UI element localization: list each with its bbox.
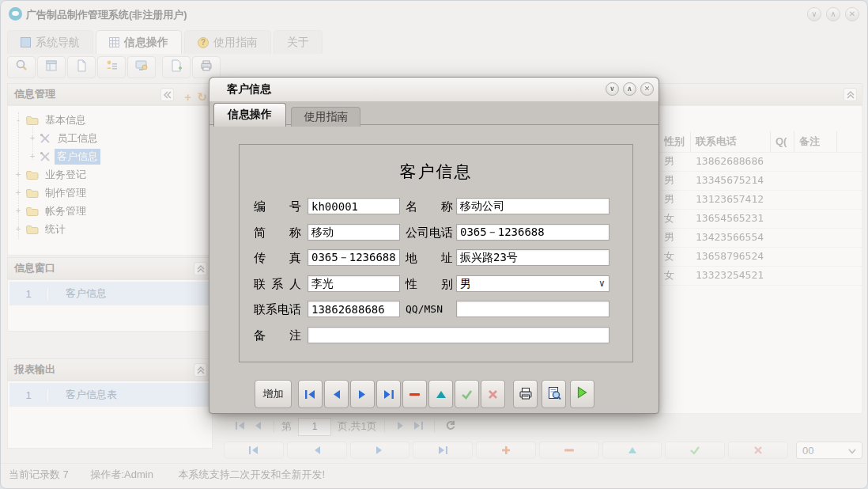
next-record-button[interactable] (350, 380, 375, 408)
contact-field[interactable] (308, 275, 400, 292)
expander-icon[interactable]: + (14, 206, 22, 216)
page-next-button[interactable] (392, 421, 409, 433)
expander-icon[interactable]: + (14, 169, 22, 180)
refresh-icon[interactable] (442, 420, 459, 434)
short-name-label: 简称 (254, 224, 301, 241)
list-item[interactable]: 1 客户信息表 (9, 383, 210, 407)
window-close-button[interactable]: ✕ (845, 7, 859, 21)
remark-field[interactable] (308, 327, 609, 343)
title-bar: 广告制品制作管理系统(非注册用户) ∨ ∧ ✕ (1, 1, 867, 28)
collapse-up-icon[interactable] (843, 88, 857, 101)
expander-icon[interactable]: + (14, 188, 22, 198)
grid-header-phone[interactable]: 联系电话 (691, 131, 771, 152)
record-cancel-button[interactable] (728, 442, 788, 459)
add-button[interactable]: 增加 (255, 380, 292, 408)
short-name-field[interactable] (308, 224, 400, 241)
edit-record-button[interactable] (428, 380, 453, 408)
panel-title: 报表输出 (14, 363, 55, 375)
grid-header-remark[interactable]: 备注 (794, 131, 837, 152)
search-button[interactable] (7, 56, 36, 78)
collapse-up-icon[interactable] (194, 363, 207, 377)
expander-icon[interactable]: - (14, 115, 22, 125)
record-last-button[interactable] (413, 442, 473, 459)
monitor-button[interactable] (127, 56, 156, 78)
cancel-button[interactable] (481, 380, 505, 408)
record-next-button[interactable] (350, 442, 410, 459)
grid-header-qq[interactable]: Q( (771, 131, 794, 152)
page-first-button[interactable] (232, 421, 249, 433)
document-button[interactable] (67, 56, 96, 78)
tree-item-statistics[interactable]: + 统计 (8, 220, 212, 238)
tree-item-account-manage[interactable]: + 帐务管理 (8, 202, 212, 220)
record-delete-button[interactable] (539, 442, 599, 459)
dialog-tab-info-operation[interactable]: 信息操作 (213, 103, 286, 127)
dialog-restore-button[interactable]: ∧ (623, 82, 636, 96)
code-field[interactable] (308, 198, 400, 214)
tree-label: 帐务管理 (43, 203, 89, 219)
page-prev-button[interactable] (249, 421, 266, 433)
phone-field[interactable] (308, 301, 400, 317)
status-note: 本系统支持二次开发和全新开发! (179, 468, 326, 480)
print-preview-button[interactable] (542, 380, 566, 408)
print-button[interactable] (513, 380, 538, 408)
first-record-button[interactable] (298, 380, 323, 408)
tree-item-customer-info[interactable]: + 客户信息 (8, 147, 212, 165)
tree-item-business-register[interactable]: + 业务登记 (8, 165, 212, 184)
tree-label: 统计 (43, 222, 68, 237)
page-size-dropdown[interactable]: 00 (796, 442, 862, 459)
record-confirm-button[interactable] (665, 442, 725, 459)
tab-system-nav[interactable]: 系统导航 (7, 30, 93, 54)
add-document-button[interactable] (162, 56, 191, 78)
tree-item-production-manage[interactable]: + 制作管理 (8, 184, 212, 202)
tab-about[interactable]: 关于 (274, 30, 323, 54)
delete-record-button[interactable] (402, 380, 427, 408)
collapse-left-icon[interactable] (160, 88, 174, 101)
address-field[interactable] (456, 249, 609, 266)
name-field[interactable] (456, 198, 609, 214)
user-chart-button[interactable] (97, 56, 126, 78)
gender-label: 性别 (406, 275, 453, 293)
tab-info-operation[interactable]: 信息操作 (96, 30, 182, 54)
window-minimize-button[interactable]: ∨ (807, 7, 821, 21)
record-prev-button[interactable] (287, 442, 347, 459)
fax-field[interactable] (308, 249, 400, 266)
dialog-close-button[interactable]: ✕ (640, 82, 654, 96)
dialog-button-bar: 增加 (255, 380, 596, 408)
page-number-input[interactable] (298, 418, 331, 436)
grid-header-sex[interactable]: 性别 (659, 131, 691, 152)
print-setup-button[interactable] (192, 56, 221, 78)
record-edit-button[interactable] (602, 442, 662, 459)
collapse-up-icon[interactable] (194, 262, 207, 275)
cell-phone: 13862688686 (691, 152, 776, 171)
list-item-index: 1 (9, 288, 48, 300)
tree-item-employee-info[interactable]: + 员工信息 (8, 129, 212, 147)
record-first-button[interactable] (224, 442, 284, 459)
app-title: 广告制品制作管理系统(非注册用户) (26, 8, 187, 22)
last-record-button[interactable] (376, 380, 401, 408)
record-nav-bar: 00 (222, 441, 862, 460)
tree-item-basic-info[interactable]: - 基本信息 (8, 111, 212, 129)
record-add-button[interactable] (476, 442, 536, 459)
expander-icon[interactable]: + (14, 224, 22, 234)
dialog-minimize-button[interactable]: ∨ (606, 82, 619, 96)
tab-label: 使用指南 (213, 36, 258, 50)
company-phone-field[interactable] (456, 224, 609, 241)
prev-record-button[interactable] (324, 380, 349, 408)
gender-select[interactable]: 男 ∨ (456, 275, 609, 292)
pager-bar: 第 页,共1页 (222, 415, 862, 438)
dialog-title-bar[interactable]: 客户信息 ∨ ∧ ✕ (209, 78, 659, 102)
divider (274, 420, 274, 433)
app-logo-icon (9, 7, 22, 21)
expander-icon[interactable]: + (28, 133, 36, 143)
confirm-button[interactable] (455, 380, 479, 408)
table-view-button[interactable] (37, 56, 66, 78)
expander-icon[interactable]: + (28, 151, 36, 161)
run-button[interactable] (570, 380, 594, 408)
tab-user-guide[interactable]: ? 使用指南 (184, 30, 271, 54)
monitor-icon (134, 59, 149, 76)
qq-field[interactable] (456, 301, 609, 317)
window-restore-button[interactable]: ∧ (826, 7, 840, 21)
page-last-button[interactable] (409, 421, 427, 433)
dialog-tab-user-guide[interactable]: 使用指南 (291, 107, 360, 127)
list-item[interactable]: 1 客户信息 (9, 282, 210, 305)
